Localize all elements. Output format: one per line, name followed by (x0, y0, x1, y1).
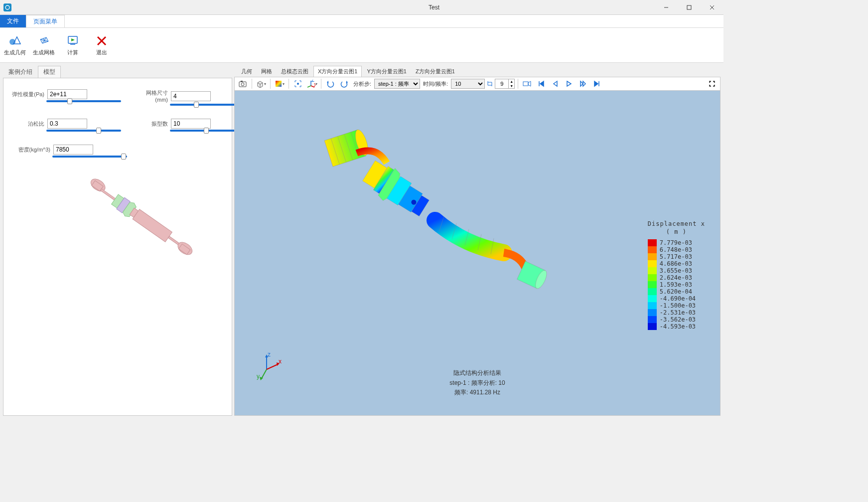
viewport-toolbar: ▾ ▾ zx▾ 分析步: step-1 : 频率 时间/频率: 10 ▲▼ (234, 77, 721, 91)
expand-icon (709, 80, 716, 87)
svg-rect-19 (100, 189, 116, 201)
tab-model[interactable]: 模型 (38, 66, 61, 78)
menu-page[interactable]: 页面菜单 (26, 15, 65, 27)
mesh-icon (37, 34, 51, 48)
gen-mesh-button[interactable]: 生成网格 (32, 30, 56, 60)
window-title: Test (429, 4, 439, 11)
mesh-input[interactable] (171, 91, 211, 101)
svg-rect-30 (241, 81, 243, 82)
app-logo (3, 3, 12, 12)
calc-button[interactable]: 计算 (61, 30, 85, 60)
vtab-y[interactable]: Y方向分量云图1 (363, 66, 410, 77)
vtab-geom[interactable]: 几何 (237, 66, 256, 77)
minimize-button[interactable] (655, 0, 678, 15)
fit-button[interactable] (292, 78, 304, 89)
elastic-input[interactable] (47, 89, 87, 99)
3d-viewport[interactable]: z x y Displacement x ( m ) 7.779e-036.74… (234, 91, 721, 416)
rotate-left-button[interactable] (324, 78, 336, 89)
svg-point-29 (241, 83, 244, 86)
axes-icon: zx (306, 80, 315, 88)
palette-icon (275, 80, 283, 88)
exit-icon (95, 34, 109, 48)
svg-marker-47 (540, 81, 544, 86)
title-bar: Test (0, 0, 723, 15)
ribbon: 生成几何 生成网格 计算 退出 (0, 28, 723, 63)
cube-icon (256, 80, 264, 88)
svg-line-78 (262, 369, 267, 378)
frame-spinner[interactable]: ▲▼ (495, 79, 515, 89)
svg-text:z: z (268, 352, 271, 358)
ff-icon (579, 80, 586, 87)
poisson-slider[interactable] (46, 130, 121, 132)
menu-file[interactable]: 文件 (0, 15, 26, 27)
last-icon (593, 80, 600, 87)
first-icon (538, 80, 545, 87)
prev-icon (552, 80, 559, 87)
fullscreen-button[interactable] (706, 78, 718, 89)
svg-line-39 (307, 86, 311, 87)
step-label: 分析步: (353, 80, 371, 88)
spin-down[interactable]: ▼ (508, 84, 514, 88)
svg-marker-51 (583, 81, 585, 86)
mesh-slider[interactable] (170, 104, 245, 106)
menu-tabs: 文件 页面菜单 (0, 15, 723, 28)
svg-rect-35 (276, 81, 282, 87)
time-select[interactable]: 10 (451, 79, 485, 89)
params-panel: 弹性模量(Pa) 网格尺寸(mm) 泊松比 振型数 (3, 78, 232, 416)
last-button[interactable] (591, 78, 603, 89)
svg-marker-45 (528, 81, 531, 86)
colormap-button[interactable]: ▾ (274, 78, 286, 89)
loop-icon[interactable] (487, 80, 493, 87)
play-button[interactable] (563, 78, 575, 89)
record-button[interactable] (521, 78, 533, 89)
svg-marker-49 (567, 81, 571, 86)
elastic-label: 弹性模量(Pa) (11, 91, 44, 98)
svg-point-36 (297, 83, 299, 85)
prev-button[interactable] (549, 78, 561, 89)
svg-line-76 (267, 364, 278, 369)
svg-rect-24 (133, 209, 172, 242)
vtab-z[interactable]: Z方向分量云图1 (412, 66, 459, 77)
left-panel-tabs: 案例介绍 模型 (3, 66, 232, 78)
next-button[interactable] (577, 78, 589, 89)
modes-slider[interactable] (170, 130, 245, 132)
vtab-total[interactable]: 总模态云图 (277, 66, 312, 77)
time-label: 时间/频率: (423, 80, 448, 88)
modes-input[interactable] (171, 119, 211, 129)
spin-up[interactable]: ▲ (508, 79, 514, 84)
svg-rect-44 (523, 82, 528, 86)
exit-button[interactable]: 退出 (90, 30, 114, 60)
modes-label: 振型数 (135, 120, 168, 128)
density-input[interactable] (53, 145, 93, 155)
contour-model (275, 111, 574, 320)
vtab-mesh[interactable]: 网格 (257, 66, 276, 77)
mesh-label: 网格尺寸(mm) (135, 89, 168, 103)
rotate-right-button[interactable] (338, 78, 350, 89)
first-button[interactable] (535, 78, 547, 89)
svg-rect-3 (687, 5, 691, 9)
axes-button[interactable]: zx▾ (306, 78, 318, 89)
density-slider[interactable] (52, 156, 127, 158)
gen-geom-button[interactable]: 生成几何 (3, 30, 27, 60)
model-preview (11, 170, 224, 300)
svg-rect-0 (3, 3, 11, 11)
tab-intro[interactable]: 案例介绍 (3, 66, 38, 78)
maximize-button[interactable] (678, 0, 701, 15)
svg-marker-52 (594, 81, 598, 86)
density-label: 密度(kg/m^3) (11, 146, 50, 154)
screenshot-button[interactable] (237, 78, 249, 89)
svg-text:y: y (257, 373, 260, 380)
rotate-ccw-icon (326, 80, 334, 88)
vtab-x[interactable]: X方向分量云图1 (313, 66, 362, 77)
poisson-input[interactable] (47, 119, 87, 129)
svg-text:x: x (279, 358, 282, 365)
svg-marker-13 (71, 38, 75, 41)
fit-icon (294, 80, 302, 88)
camera-icon (239, 80, 247, 87)
view-cube-button[interactable]: ▾ (255, 78, 267, 89)
geom-icon (8, 34, 22, 48)
elastic-slider[interactable] (46, 100, 121, 102)
close-button[interactable] (701, 0, 723, 15)
step-select[interactable]: step-1 : 频率 (374, 79, 420, 89)
rotate-cw-icon (340, 80, 348, 88)
